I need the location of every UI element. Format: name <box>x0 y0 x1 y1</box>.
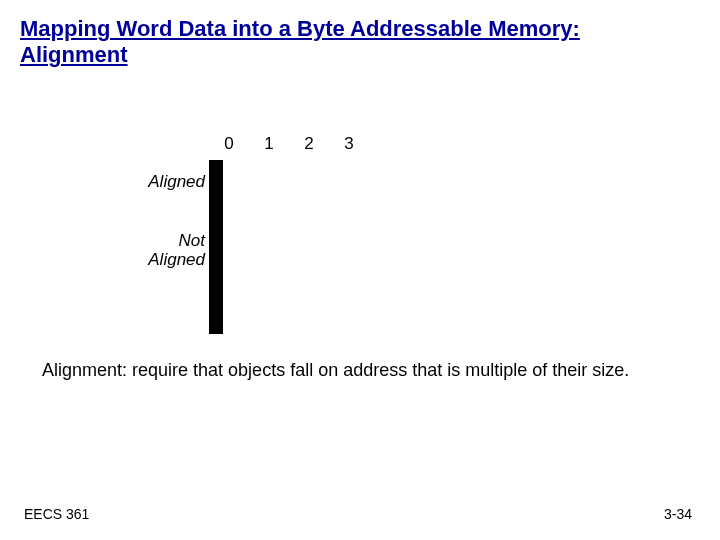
cell-empty <box>218 259 220 283</box>
table-row <box>212 163 220 187</box>
cell-unaligned <box>218 235 220 259</box>
footer-right: 3-34 <box>664 506 692 522</box>
slide-title: Mapping Word Data into a Byte Addressabl… <box>20 16 680 69</box>
cell-unaligned <box>218 187 220 211</box>
table-row <box>212 211 220 235</box>
cell-unaligned <box>218 283 220 307</box>
table-row <box>212 235 220 259</box>
table-row <box>212 283 220 307</box>
cell-empty <box>218 211 220 235</box>
label-aligned: Aligned <box>92 172 205 192</box>
table-row <box>212 307 220 331</box>
label-not-aligned-line1: Not <box>179 231 205 250</box>
table-row <box>212 187 220 211</box>
label-not-aligned: Not Aligned <box>92 232 205 269</box>
col-header-1: 1 <box>249 134 289 154</box>
col-header-0: 0 <box>209 134 249 154</box>
col-header-3: 3 <box>329 134 369 154</box>
slide-body-text: Alignment: require that objects fall on … <box>42 360 680 382</box>
column-headers: 0 1 2 3 <box>209 134 369 154</box>
label-not-aligned-line2: Aligned <box>148 250 205 269</box>
table-row <box>212 259 220 283</box>
cell-aligned <box>218 163 220 187</box>
memory-grid <box>209 160 223 334</box>
footer-left: EECS 361 <box>24 506 89 522</box>
col-header-2: 2 <box>289 134 329 154</box>
cell-empty <box>218 307 220 331</box>
